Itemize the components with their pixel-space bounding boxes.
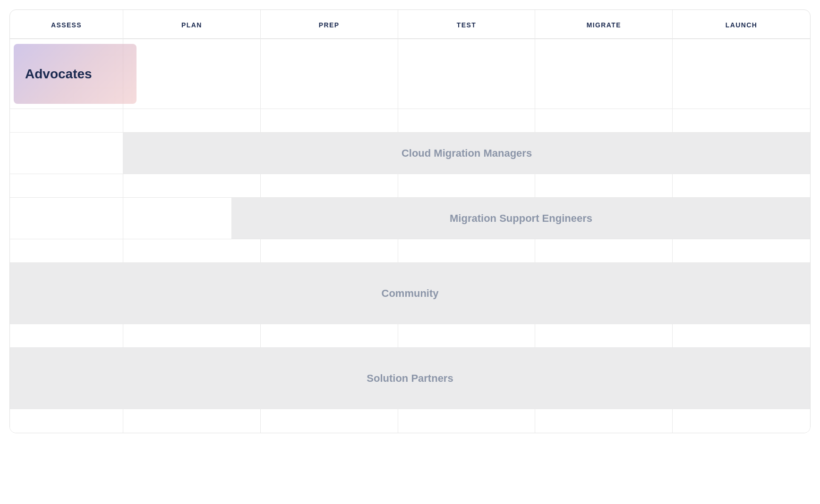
header-plan: PLAN: [123, 10, 261, 38]
header-prep: PREP: [261, 10, 398, 38]
sp1-assess: [10, 109, 123, 132]
row1-prep-cell: [261, 39, 398, 109]
sp5-plan: [123, 409, 261, 433]
sp3-plan: [123, 239, 261, 262]
sp5-launch: [673, 409, 810, 433]
solution-partners-row: Solution Partners: [10, 348, 810, 409]
sp1-migrate: [535, 109, 673, 132]
community-label: Community: [382, 287, 439, 300]
sp3-migrate: [535, 239, 673, 262]
advocates-cell: Advocates: [10, 39, 123, 109]
advocates-row: Advocates: [10, 39, 810, 109]
sp1-plan: [123, 109, 261, 132]
spacer-row-5: [10, 409, 810, 433]
sp3-test: [398, 239, 536, 262]
community-row: Community: [10, 263, 810, 324]
advocates-label: Advocates: [25, 67, 92, 82]
sp1-launch: [673, 109, 810, 132]
mse-assess-cell: [10, 198, 123, 239]
sp2-launch: [673, 174, 810, 197]
sp4-plan: [123, 324, 261, 347]
spacer-row-3: [10, 239, 810, 263]
solution-partners-label: Solution Partners: [367, 372, 453, 385]
sp4-migrate: [535, 324, 673, 347]
sp5-test: [398, 409, 536, 433]
sp4-assess: [10, 324, 123, 347]
grid-content: Advocates Cloud Migr: [10, 39, 810, 433]
column-header: ASSESS PLAN PREP TEST MIGRATE LAUNCH: [10, 10, 810, 39]
sp3-prep: [261, 239, 398, 262]
header-assess: ASSESS: [10, 10, 123, 38]
sp1-test: [398, 109, 536, 132]
mse-plan-cell: [123, 198, 232, 239]
sp2-prep: [261, 174, 398, 197]
cloud-managers-label: Cloud Migration Managers: [401, 147, 532, 160]
sp2-assess: [10, 174, 123, 197]
sp5-migrate: [535, 409, 673, 433]
sp5-assess: [10, 409, 123, 433]
migration-engineers-banner: Migration Support Engineers: [232, 198, 810, 239]
row1-plan-cell: [123, 39, 261, 109]
sp4-test: [398, 324, 536, 347]
sp2-plan: [123, 174, 261, 197]
sp2-test: [398, 174, 536, 197]
row1-migrate-cell: [535, 39, 673, 109]
sp4-prep: [261, 324, 398, 347]
row1-launch-cell: [673, 39, 810, 109]
page-wrapper: ASSESS PLAN PREP TEST MIGRATE LAUNCH Adv…: [0, 0, 820, 504]
migration-engineers-label: Migration Support Engineers: [450, 212, 592, 225]
migration-engineers-row: Migration Support Engineers: [10, 198, 810, 239]
sp5-prep: [261, 409, 398, 433]
spacer-row-2: [10, 174, 810, 198]
header-migrate: MIGRATE: [535, 10, 673, 38]
header-test: TEST: [398, 10, 536, 38]
header-launch: LAUNCH: [673, 10, 810, 38]
row1-test-cell: [398, 39, 536, 109]
cloud-managers-banner: Cloud Migration Managers: [123, 133, 810, 174]
main-card: ASSESS PLAN PREP TEST MIGRATE LAUNCH Adv…: [9, 9, 811, 433]
spacer-row-4: [10, 324, 810, 348]
cloud-managers-assess-cell: [10, 133, 123, 174]
cloud-managers-row: Cloud Migration Managers: [10, 133, 810, 174]
sp1-prep: [261, 109, 398, 132]
spacer-row-1: [10, 109, 810, 133]
sp3-assess: [10, 239, 123, 262]
sp2-migrate: [535, 174, 673, 197]
sp4-launch: [673, 324, 810, 347]
sp3-launch: [673, 239, 810, 262]
